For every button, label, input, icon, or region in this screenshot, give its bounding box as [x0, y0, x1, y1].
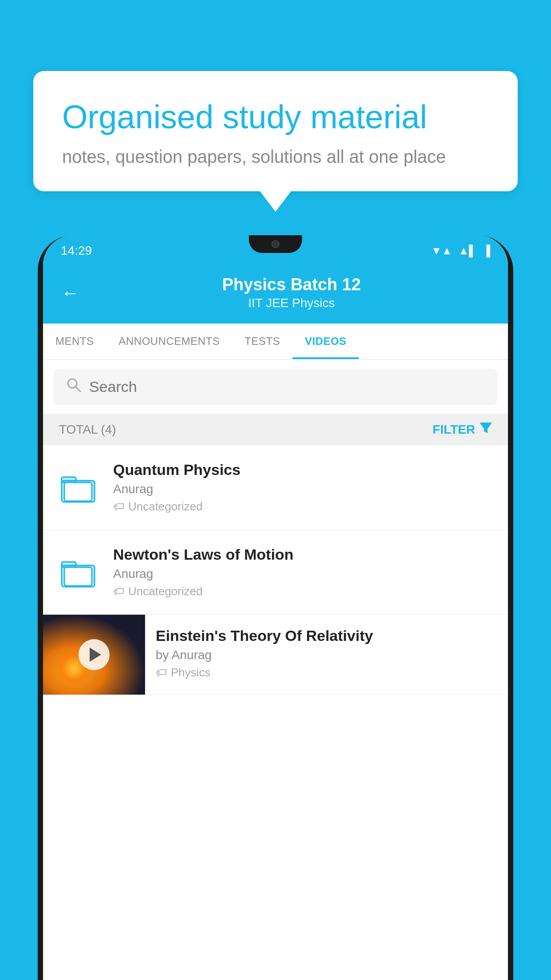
tag-icon: 🏷 — [113, 500, 125, 514]
speech-bubble: Organised study material notes, question… — [33, 71, 518, 191]
tab-videos[interactable]: VIDEOS — [292, 324, 359, 359]
back-button[interactable]: ← — [61, 282, 79, 304]
tag-label: Physics — [171, 666, 211, 680]
total-count-label: TOTAL (4) — [59, 423, 116, 437]
tag-icon: 🏷 — [156, 666, 167, 680]
search-input[interactable] — [89, 378, 485, 395]
item-tag: 🏷 Physics — [156, 666, 497, 680]
item-author: Anurag — [113, 567, 495, 581]
tag-icon: 🏷 — [113, 585, 125, 598]
folder-icon — [56, 557, 101, 588]
filter-row: TOTAL (4) FILTER — [43, 414, 508, 445]
list-item[interactable]: Quantum Physics Anurag 🏷 Uncategorized — [43, 445, 508, 530]
tab-announcements[interactable]: ANNOUNCEMENTS — [106, 324, 232, 359]
svg-line-1 — [76, 387, 80, 391]
play-icon — [90, 648, 101, 662]
svg-rect-12 — [64, 567, 92, 586]
play-button[interactable] — [79, 639, 110, 670]
app-bar-title-group: Physics Batch 12 IIT JEE Physics — [93, 275, 490, 310]
signal-icon: ▲▌ — [458, 245, 476, 257]
battery-icon: ▐ — [483, 245, 490, 257]
item-author: Anurag — [113, 482, 495, 496]
item-info: Einstein's Theory Of Relativity by Anura… — [145, 615, 508, 692]
list-item[interactable]: Einstein's Theory Of Relativity by Anura… — [43, 615, 508, 695]
app-bar-subtitle: IIT JEE Physics — [93, 296, 490, 310]
status-icons: ▼▲ ▲▌ ▐ — [431, 245, 490, 257]
speech-bubble-subtext: notes, question papers, solutions all at… — [62, 147, 489, 167]
item-tag: 🏷 Uncategorized — [113, 500, 495, 514]
phone-frame: 14:29 ▼▲ ▲▌ ▐ ← Physics Batch 12 IIT JEE… — [38, 235, 513, 980]
notch — [249, 235, 302, 253]
speech-bubble-heading: Organised study material — [62, 98, 489, 137]
tag-label: Uncategorized — [128, 585, 203, 598]
video-thumbnail — [43, 615, 145, 695]
app-bar-title: Physics Batch 12 — [93, 275, 490, 294]
item-info: Newton's Laws of Motion Anurag 🏷 Uncateg… — [113, 546, 495, 598]
list-item[interactable]: Newton's Laws of Motion Anurag 🏷 Uncateg… — [43, 530, 508, 615]
item-tag: 🏷 Uncategorized — [113, 585, 495, 598]
filter-funnel-icon — [480, 422, 492, 437]
status-time: 14:29 — [61, 244, 92, 258]
tag-label: Uncategorized — [128, 500, 203, 514]
item-info: Quantum Physics Anurag 🏷 Uncategorized — [113, 461, 495, 514]
wifi-icon: ▼▲ — [431, 245, 453, 257]
svg-rect-7 — [64, 482, 92, 501]
status-bar: 14:29 ▼▲ ▲▌ ▐ — [43, 235, 508, 266]
item-author: by Anurag — [156, 648, 497, 662]
svg-marker-2 — [480, 423, 492, 433]
phone-screen: 14:29 ▼▲ ▲▌ ▐ ← Physics Batch 12 IIT JEE… — [43, 235, 508, 980]
tab-ments[interactable]: MENTS — [43, 324, 106, 359]
filter-button[interactable]: FILTER — [433, 422, 492, 437]
search-bar[interactable] — [54, 368, 497, 405]
item-title: Einstein's Theory Of Relativity — [156, 627, 497, 644]
item-title: Newton's Laws of Motion — [113, 546, 495, 563]
search-icon — [66, 377, 81, 396]
tab-bar: MENTS ANNOUNCEMENTS TESTS VIDEOS — [43, 324, 508, 360]
front-camera — [272, 240, 279, 248]
filter-label: FILTER — [433, 423, 475, 437]
tab-tests[interactable]: TESTS — [232, 324, 292, 359]
video-list: Quantum Physics Anurag 🏷 Uncategorized — [43, 445, 508, 695]
item-title: Quantum Physics — [113, 461, 495, 478]
app-bar: ← Physics Batch 12 IIT JEE Physics — [43, 266, 508, 324]
folder-icon — [56, 472, 101, 503]
